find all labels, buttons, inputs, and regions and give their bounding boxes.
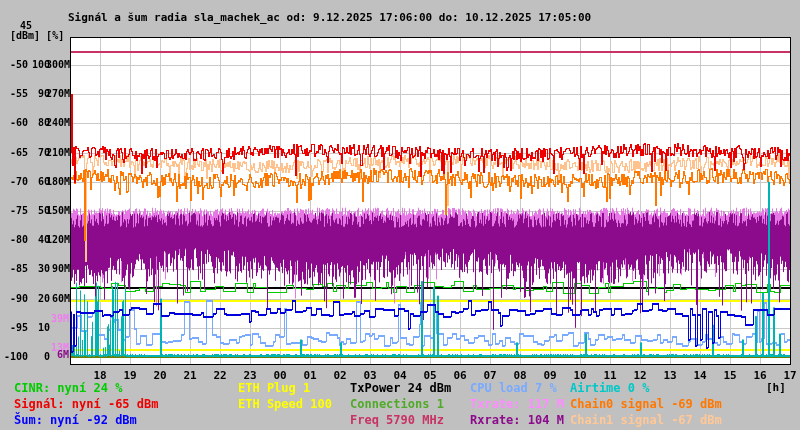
y-tick-mbit: 60M: [30, 294, 70, 304]
legend-item-airtime: Airtime 0 %: [570, 382, 649, 394]
legend-item-txpower: TxPower 24 dBm: [350, 382, 451, 394]
legend-item-freq: Freq 5790 MHz: [350, 414, 444, 426]
x-tick-hour: 14: [685, 370, 715, 381]
y-rate-marker: 6M: [29, 350, 69, 360]
y-tick-mbit: 210M: [30, 148, 70, 158]
signal-noise-graph-page: Signál a šum radia sla_machek_ac od: 9.1…: [0, 0, 800, 430]
y-tick-mbit: 90M: [30, 264, 70, 274]
y-rate-marker: 39M: [29, 314, 69, 324]
graph-title: Signál a šum radia sla_machek_ac od: 9.1…: [68, 12, 591, 23]
legend-item-šum: Šum: nyní -92 dBm: [14, 414, 137, 426]
x-axis-unit-label: [h]: [766, 382, 786, 393]
x-tick-hour: 15: [715, 370, 745, 381]
y-tick-mbit: 150M: [30, 206, 70, 216]
x-tick-hour: 00: [265, 370, 295, 381]
x-tick-hour: 08: [505, 370, 535, 381]
x-tick-hour: 11: [595, 370, 625, 381]
x-tick-hour: 05: [415, 370, 445, 381]
x-tick-hour: 06: [445, 370, 475, 381]
y-tick-mbit: 180M: [30, 177, 70, 187]
x-tick-hour: 20: [145, 370, 175, 381]
legend-item-cpu: CPU load 7 %: [470, 382, 557, 394]
x-tick-hour: 23: [235, 370, 265, 381]
x-tick-hour: 04: [385, 370, 415, 381]
y-tick-mbit: 120M: [30, 235, 70, 245]
x-tick-hour: 18: [85, 370, 115, 381]
x-tick-hour: 13: [655, 370, 685, 381]
legend-item-cinr: CINR: nyní 24 %: [14, 382, 122, 394]
x-tick-hour: 03: [355, 370, 385, 381]
legend-item-connections: Connections 1: [350, 398, 444, 410]
y-tick-mbit: 270M: [30, 89, 70, 99]
x-tick-hour: 12: [625, 370, 655, 381]
legend-item-txrate: Txrate: 117 M: [470, 398, 564, 410]
x-tick-hour: 16: [745, 370, 775, 381]
legend-item-eth: ETH Plug 1: [238, 382, 310, 394]
x-tick-hour: 10: [565, 370, 595, 381]
legend-item-signál: Signál: nyní -65 dBm: [14, 398, 159, 410]
x-tick-hour: 21: [175, 370, 205, 381]
y-tick-mbit: 300M: [30, 60, 70, 70]
x-tick-hour: 02: [325, 370, 355, 381]
legend-item-rxrate: Rxrate: 104 M: [470, 414, 564, 426]
y-tick-mbit: 240M: [30, 118, 70, 128]
legend-item-eth: ETH Speed 100: [238, 398, 332, 410]
x-tick-hour: 17: [775, 370, 800, 381]
legend-item-chain1: Chain1 signal -67 dBm: [570, 414, 722, 426]
signal-noise-graph-canvas: [0, 0, 800, 430]
x-tick-hour: 07: [475, 370, 505, 381]
x-tick-hour: 22: [205, 370, 235, 381]
x-tick-hour: 09: [535, 370, 565, 381]
y-tick-pct: 10: [10, 323, 50, 333]
x-tick-hour: 19: [115, 370, 145, 381]
legend-item-chain0: Chain0 signal -69 dBm: [570, 398, 722, 410]
y-axis-units-label: [dBm] [%]: [10, 31, 64, 41]
x-tick-hour: 01: [295, 370, 325, 381]
